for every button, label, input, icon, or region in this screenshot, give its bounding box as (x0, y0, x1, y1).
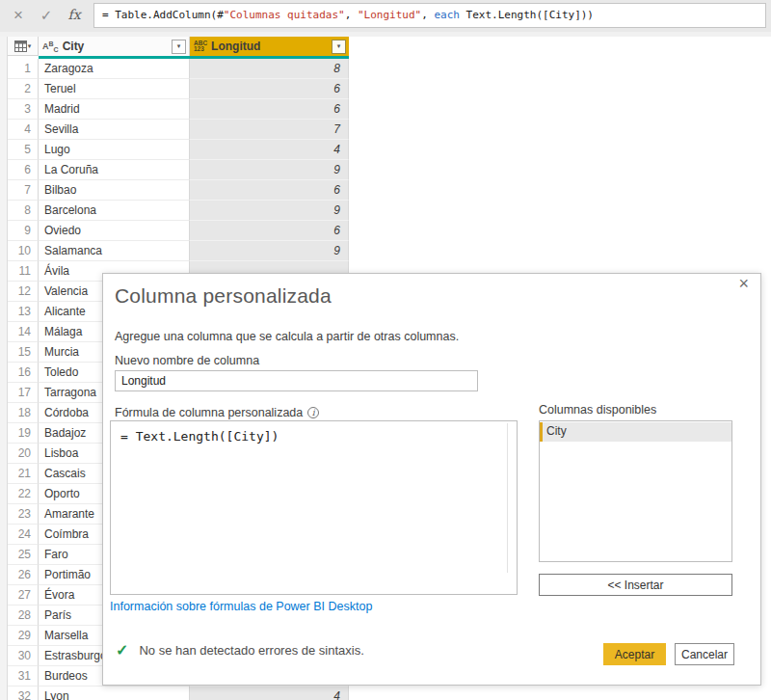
row-number[interactable]: 6 (8, 160, 39, 180)
row-number[interactable]: 21 (8, 464, 39, 484)
available-columns-list[interactable]: City (539, 420, 732, 562)
row-number[interactable]: 25 (8, 545, 39, 565)
row-number[interactable]: 9 (8, 221, 39, 241)
formula-textarea[interactable]: = Text.Length([City]) (110, 420, 518, 595)
new-column-name-label: Nuevo nombre de columna (115, 354, 259, 367)
longitud-cell[interactable]: 9 (190, 241, 349, 261)
filter-button[interactable]: ▾ (332, 40, 346, 54)
row-number[interactable]: 10 (8, 241, 39, 261)
formula-token: , (345, 9, 358, 21)
longitud-cell[interactable]: 9 (190, 160, 349, 180)
longitud-cell[interactable]: 8 (190, 59, 349, 79)
city-cell[interactable]: Zaragoza (39, 59, 190, 79)
longitud-cell[interactable]: 9 (190, 201, 349, 221)
row-number[interactable]: 18 (8, 403, 39, 423)
row-number[interactable]: 22 (8, 484, 39, 504)
power-query-editor: × ✓ fx = Table.AddColumn(#"Columnas quit… (0, 0, 771, 700)
row-number[interactable]: 4 (8, 120, 39, 140)
row-number[interactable]: 8 (8, 201, 39, 221)
column-header-city[interactable]: ABC City ▾ (39, 37, 190, 56)
row-number[interactable]: 12 (8, 282, 39, 302)
scrollbar-track[interactable] (507, 423, 508, 573)
cancel-formula-icon[interactable]: × (8, 0, 29, 32)
formula-input[interactable]: = Table.AddColumn(#"Columnas quitadas", … (93, 3, 766, 28)
dialog-title: Columna personalizada (115, 284, 332, 308)
formula-token: "Columnas quitadas" (224, 9, 345, 21)
city-cell[interactable]: Oviedo (39, 221, 190, 241)
cancel-button[interactable]: Cancelar (675, 643, 734, 665)
row-number[interactable]: 5 (8, 140, 39, 160)
row-number[interactable]: 15 (8, 342, 39, 363)
formula-token: "Longitud" (358, 9, 421, 21)
row-number[interactable]: 32 (8, 687, 39, 700)
row-number[interactable]: 24 (8, 525, 39, 545)
city-cell[interactable]: Teruel (39, 79, 190, 99)
new-column-name-input[interactable] (115, 370, 478, 391)
row-number[interactable]: 14 (8, 322, 39, 342)
row-number[interactable]: 31 (8, 666, 39, 687)
row-number[interactable]: 1 (8, 59, 39, 79)
table-row: 9Oviedo6 (8, 221, 349, 241)
chevron-down-icon: ▾ (28, 42, 32, 50)
formula-help-link[interactable]: Información sobre fórmulas de Power BI D… (110, 600, 372, 613)
row-number[interactable]: 16 (8, 363, 39, 383)
row-number[interactable]: 2 (8, 79, 39, 99)
longitud-cell[interactable]: 6 (190, 79, 349, 99)
row-number[interactable]: 27 (8, 585, 39, 606)
city-cell[interactable]: Sevilla (39, 120, 190, 140)
close-icon[interactable]: × (738, 274, 749, 294)
city-cell[interactable]: Barcelona (39, 201, 190, 221)
longitud-cell[interactable]: 6 (190, 99, 349, 120)
accept-button[interactable]: Aceptar (603, 643, 666, 665)
row-number[interactable]: 13 (8, 302, 39, 322)
table-row: 3Madrid6 (8, 99, 349, 120)
filter-button[interactable]: ▾ (172, 40, 186, 54)
row-number[interactable]: 26 (8, 565, 39, 585)
row-number[interactable]: 20 (8, 444, 39, 464)
city-cell[interactable]: Salamanca (39, 241, 190, 261)
city-cell[interactable]: Madrid (39, 99, 190, 120)
insert-button[interactable]: << Insertar (539, 574, 732, 596)
row-number[interactable]: 23 (8, 504, 39, 525)
table-row: 4Sevilla7 (8, 120, 349, 140)
table-row: 2Teruel6 (8, 79, 349, 99)
check-icon: ✓ (116, 641, 128, 660)
longitud-cell[interactable]: 4 (190, 687, 349, 700)
row-number[interactable]: 3 (8, 99, 39, 120)
table-row: 6La Coruña9 (8, 160, 349, 180)
table-row: 5Lugo4 (8, 140, 349, 160)
longitud-cell[interactable]: 4 (190, 140, 349, 160)
city-cell[interactable]: Bilbao (39, 180, 190, 201)
longitud-cell[interactable]: 7 (190, 120, 349, 140)
table-row: 32Lyon4 (8, 687, 349, 700)
column-name: Longitud (211, 40, 260, 53)
table-row: 8Barcelona9 (8, 201, 349, 221)
city-cell[interactable]: Lyon (39, 687, 190, 700)
number-type-icon: ABC123 (194, 40, 207, 53)
formula-token: = Table.AddColumn(# (102, 9, 224, 21)
row-number[interactable]: 29 (8, 626, 39, 646)
formula-token: , (421, 9, 434, 21)
available-column-item[interactable]: City (540, 422, 731, 442)
city-cell[interactable]: La Coruña (39, 160, 190, 180)
chevron-down-icon: ▾ (177, 42, 181, 50)
row-number[interactable]: 7 (8, 180, 39, 201)
status-text: No se han detectado errores de sintaxis. (139, 643, 363, 658)
formula-value: = Text.Length([City]) (120, 429, 279, 444)
longitud-cell[interactable]: 6 (190, 221, 349, 241)
row-number[interactable]: 19 (8, 423, 39, 444)
longitud-cell[interactable]: 6 (190, 180, 349, 201)
row-number[interactable]: 17 (8, 383, 39, 403)
info-icon: i (307, 407, 319, 418)
select-all-corner[interactable]: ▾ (8, 37, 39, 56)
confirm-formula-icon[interactable]: ✓ (36, 0, 57, 32)
city-cell[interactable]: Lugo (39, 140, 190, 160)
column-header-longitud[interactable]: ABC123 Longitud ▾ (190, 37, 349, 56)
formula-token: Text.Length([City])) (460, 9, 594, 21)
table-row: 10Salamanca9 (8, 241, 349, 261)
row-number[interactable]: 28 (8, 606, 39, 626)
table-header: ▾ ABC City ▾ ABC123 Longitud ▾ (8, 37, 349, 59)
row-number[interactable]: 30 (8, 646, 39, 666)
row-number[interactable]: 11 (8, 261, 39, 282)
table-row: 1Zaragoza8 (8, 59, 349, 79)
